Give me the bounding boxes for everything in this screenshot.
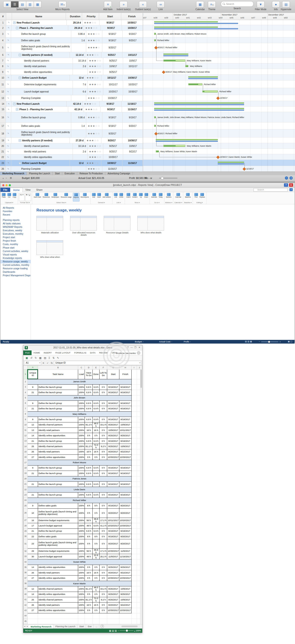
row-header-7[interactable]: 7 [23,406,28,411]
data-cell[interactable]: 48 h [85,554,93,559]
empty-cell[interactable] [131,619,137,624]
row-edit-cell[interactable]: ✎ [6,38,11,43]
data-cell[interactable]: 81.2 h [85,586,93,592]
row-header-34[interactable]: 34 [23,560,28,565]
edit-task-icon[interactable]: ✎ [8,103,10,105]
data-cell[interactable]: 9/20/2017 [119,539,131,548]
data-cell[interactable]: Define the launch group [38,390,78,395]
edit-task-icon[interactable]: ✎ [7,162,9,164]
gantt-task-row[interactable]: 7✎Identify channel partners10.14 d★★★☆☆9… [0,58,143,64]
data-cell[interactable]: 6.9 h [93,471,100,476]
row-edit-cell[interactable]: ✎ [6,52,11,58]
edit-task-icon[interactable]: ✎ [8,27,10,29]
ribbon-button-baseline[interactable]: Baseline [185,193,191,202]
data-cell[interactable]: 56 h [85,548,93,554]
row-edit-cell[interactable]: ✎ [6,75,11,80]
data-cell[interactable]: 10/11/2017 [119,428,131,433]
data-cell[interactable]: 9/19/2017 [119,528,131,534]
data-cell[interactable]: 100% [78,384,85,390]
excel-tab-home[interactable]: HOME [31,350,42,355]
empty-cell[interactable] [131,444,137,449]
priority-cell[interactable]: ★★★☆☆ [88,64,103,69]
task-name-cell[interactable]: −Define Launch Budget [11,75,70,80]
data-cell[interactable]: 9/25/2017 [107,586,119,592]
row-header-23[interactable]: 23 [23,492,28,498]
data-cell[interactable]: 100% [78,608,85,613]
row-edit-cell[interactable]: ✎ [5,149,11,154]
header-cell[interactable]: Left To Do [99,370,107,379]
sidebar-item-project-management-diagrams[interactable]: Project Management Diagrams [0,274,31,277]
edit-task-icon[interactable]: ✎ [7,65,9,68]
edit-task-icon[interactable]: ✎ [7,83,9,86]
data-cell[interactable]: 6.9 h [85,401,93,406]
data-cell[interactable]: 9/19/2017 [107,528,119,534]
data-cell[interactable]: 100% [78,592,85,597]
summary-bar-blue[interactable] [154,110,244,111]
data-cell[interactable]: 100% [78,390,85,395]
undo-icon[interactable]: ↺ [30,356,32,360]
data-cell[interactable]: 9/19/2017 [119,438,131,444]
duration-cell[interactable]: 6 d [73,88,88,95]
data-cell[interactable]: 14 [27,592,38,597]
data-cell[interactable]: Define the launch group [38,406,78,411]
duration-cell[interactable]: 13 d [70,160,85,166]
excel-zoom-slider[interactable] [120,630,133,631]
fit-page-icons[interactable]: ▣ ▢ [288,340,292,343]
header-cell[interactable]: Start [107,370,119,379]
data-cell[interactable]: 0 h [99,454,107,460]
gantt-task-row[interactable]: 18✎Define launch goals (launch timing an… [0,130,143,138]
data-cell[interactable]: 9/20/2017 [119,534,131,539]
collapse-icon[interactable]: − [19,139,21,142]
data-cell[interactable]: Identify channel partners [38,422,78,428]
row-header-24[interactable]: 24 [23,498,28,503]
row-header-33[interactable]: 33 [23,554,28,559]
row-header-26[interactable]: 26 [23,508,28,518]
select-all-corner[interactable] [23,366,28,370]
theme-button[interactable]: ≡▾ [208,1,216,8]
data-cell[interactable]: 16 h [85,602,93,608]
ribbon-button-resource-usage[interactable]: Resource usage [60,193,72,202]
summary-bar-green[interactable] [156,139,218,140]
name-box[interactable]: A1▾ [24,361,41,365]
data-cell[interactable]: Define the launch group [38,465,78,470]
gantt-task-row[interactable]: 26✎Planning Complete★★★☆☆11/16/17 [0,166,143,172]
empty-cell[interactable] [131,570,137,576]
empty-cell[interactable] [131,401,137,406]
data-cell[interactable]: Define launch goals (launch timing and p… [38,508,78,518]
start-cell[interactable]: 9/19/17 [102,31,123,37]
sidebar-item-phase-start[interactable]: Phase start [0,246,31,250]
finish-cell[interactable]: 10/30/17 [122,138,143,143]
report-thumbnail-resource-usage-details[interactable]: Resource Usage Details [104,216,131,236]
data-cell[interactable]: Define the launch group [38,384,78,390]
data-cell[interactable]: 0 h [99,401,107,406]
data-cell[interactable]: 72.0 h [93,444,100,449]
start-cell[interactable]: 9/25/17 [101,52,122,58]
data-cell[interactable]: 8 h [85,503,93,508]
data-cell[interactable]: 10/30/2017 [119,576,131,581]
row-header-15[interactable]: 15 [23,449,28,454]
summary-bar-blue[interactable] [154,28,238,29]
collapse-icon[interactable]: − [13,102,16,105]
data-cell[interactable]: 11/8/2017 [119,548,131,554]
ribbon-button-replace[interactable]: Replace [199,193,206,202]
edit-task-icon[interactable]: ✎ [7,90,9,93]
data-cell[interactable]: Define the launch group [38,417,78,422]
empty-cell[interactable] [131,508,137,518]
data-cell[interactable]: 9/25/2017 [107,422,119,428]
ribbon-button-reports[interactable]: Reports [73,193,79,202]
column-priority[interactable]: Priority [82,13,99,20]
duration-cell[interactable] [71,43,86,52]
gantt-task-row[interactable]: 8✎Identify retail partners2 d★★★☆☆10/9/1… [0,64,143,69]
data-cell[interactable]: Launch budget approval [38,554,78,559]
empty-cell[interactable] [131,438,137,444]
collapse-icon[interactable]: − [13,22,16,24]
data-cell[interactable]: 9/19/2017 [107,384,119,390]
empty-cell[interactable] [131,406,137,411]
data-cell[interactable]: 0 h [85,565,93,570]
data-cell[interactable]: 100% [78,539,85,548]
finish-cell[interactable] [123,95,143,101]
data-cell[interactable]: Define the launch group [38,471,78,476]
row-edit-cell[interactable]: ✎ [6,130,11,138]
row-header-42[interactable]: 42 [23,602,28,608]
info-button[interactable]: ● [272,1,280,8]
